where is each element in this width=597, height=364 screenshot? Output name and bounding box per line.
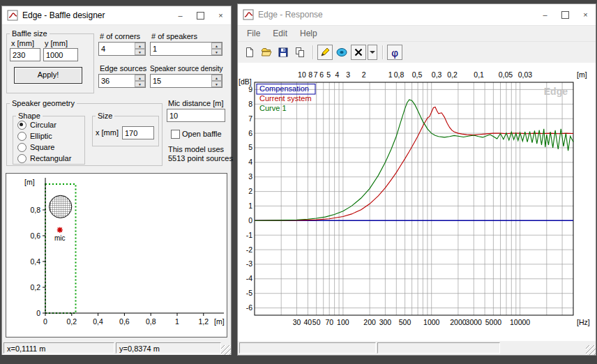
new-document-icon[interactable] [242, 45, 257, 60]
resize-grip[interactable] [221, 345, 231, 355]
mic-distance-input[interactable] [167, 109, 225, 122]
copy-icon[interactable] [292, 45, 308, 60]
dropdown-arrow-icon[interactable] [368, 45, 377, 60]
open-folder-icon[interactable] [259, 45, 274, 60]
svg-text:0,03: 0,03 [518, 70, 533, 79]
svg-text:8: 8 [308, 70, 312, 79]
svg-text:0,8: 0,8 [394, 70, 405, 79]
spin-up-icon[interactable]: ▲ [211, 75, 222, 81]
spin-down-icon[interactable]: ▼ [211, 81, 222, 87]
svg-text:0,8: 0,8 [30, 206, 40, 214]
source-density-label: Speaker source density [150, 65, 223, 73]
spin-up-icon[interactable]: ▲ [135, 75, 145, 81]
svg-text:[dB]: [dB] [239, 77, 252, 86]
svg-text:50: 50 [312, 318, 321, 326]
radio-label: Square [30, 143, 54, 151]
corners-spinner[interactable]: ▲▼ [98, 42, 146, 56]
close-button[interactable]: × [575, 4, 596, 25]
spin-down-icon[interactable]: ▼ [211, 49, 222, 55]
edge-sources-label: Edge sources [100, 64, 146, 73]
maximize-button[interactable] [190, 6, 211, 24]
menu-item-file[interactable]: File [241, 29, 266, 38]
close-button[interactable]: × [211, 6, 231, 24]
pen-icon[interactable] [317, 45, 333, 60]
svg-text:[m]: [m] [577, 70, 587, 79]
speakers-label: # of speakers [151, 32, 197, 40]
edge-watermark: Edge [544, 86, 568, 97]
edge-sources-spinner[interactable]: ▲▼ [98, 74, 146, 88]
source-density-spinner[interactable]: ▲▼ [150, 74, 222, 88]
toolbar-separator [312, 45, 314, 59]
delete-curve-icon[interactable] [351, 45, 366, 60]
speaker-circle [50, 195, 72, 218]
svg-text:9: 9 [248, 85, 252, 93]
source-density-input[interactable] [151, 75, 211, 87]
response-titlebar[interactable]: Edge - Response – × [238, 4, 596, 26]
minimize-button[interactable]: – [170, 6, 190, 24]
mic-label: mic [54, 234, 66, 242]
svg-text:0,1: 0,1 [474, 70, 484, 79]
svg-text:5: 5 [326, 70, 331, 79]
spin-down-icon[interactable]: ▼ [135, 49, 145, 55]
baffle-statusbar: x=0,1111 m y=0,8374 m [2, 341, 231, 355]
radio-rectangular[interactable]: Rectangular [17, 153, 84, 163]
radio-square[interactable]: Square [17, 142, 84, 152]
menu-item-help[interactable]: Help [294, 29, 324, 38]
model-info-line1: This model uses [168, 145, 224, 153]
legend-item: Curve 1 [259, 104, 287, 112]
resize-grip[interactable] [586, 345, 596, 355]
svg-text:0,6: 0,6 [119, 317, 130, 326]
y-mm-label: y [mm] [45, 39, 68, 47]
toolbar: φ [238, 42, 596, 63]
svg-text:8: 8 [248, 100, 252, 108]
baffle-content: Baffle size x [mm] y [mm] Apply! # of co… [2, 25, 231, 355]
save-icon[interactable] [275, 45, 291, 60]
svg-text:10: 10 [298, 70, 306, 79]
maximize-button[interactable] [555, 4, 575, 25]
baffle-y-input[interactable] [43, 48, 78, 61]
edge-sources-input[interactable] [99, 75, 134, 87]
svg-text:0,2: 0,2 [30, 283, 40, 291]
mic-marker [57, 227, 63, 233]
curve-curve-1 [255, 100, 573, 220]
menubar: FileEditHelp [238, 26, 596, 42]
svg-text:500: 500 [399, 318, 411, 326]
shape-legend: Shape [16, 112, 43, 120]
baffle-x-input[interactable] [10, 48, 40, 61]
shape-group: Shape CircularEllipticSquareRectangular [13, 112, 85, 165]
apply-button[interactable]: Apply! [14, 67, 82, 84]
svg-text:0,5: 0,5 [412, 70, 423, 79]
svg-text:1,2: 1,2 [198, 317, 209, 326]
speakers-input[interactable] [151, 43, 211, 55]
mic-distance-label: Mic distance [m] [168, 99, 223, 107]
spin-up-icon[interactable]: ▲ [211, 43, 222, 49]
radio-label: Rectangular [30, 154, 71, 162]
svg-text:-1: -1 [246, 231, 252, 239]
corners-input[interactable] [99, 43, 134, 55]
svg-text:0: 0 [248, 216, 252, 225]
svg-text:-3: -3 [246, 259, 252, 268]
svg-text:4: 4 [248, 158, 252, 166]
baffle-size-group: Baffle size x [mm] y [mm] Apply! [6, 29, 94, 93]
baffle-plot[interactable]: 0,80,60,40,2000,20,40,60,811,2[m][m]mic [6, 174, 227, 337]
svg-text:7: 7 [314, 70, 318, 79]
svg-text:[m]: [m] [24, 178, 35, 186]
legend-item: Compensation [259, 84, 309, 93]
spin-down-icon[interactable]: ▼ [135, 81, 145, 87]
radio-elliptic[interactable]: Elliptic [17, 131, 84, 141]
svg-text:1: 1 [388, 70, 393, 79]
minimize-button[interactable]: – [535, 4, 555, 25]
open-baffle-checkbox[interactable] [171, 130, 180, 139]
radio-circular[interactable]: Circular [17, 120, 84, 130]
spin-up-icon[interactable]: ▲ [135, 43, 145, 49]
edge-app-icon [7, 10, 18, 21]
size-x-input[interactable] [122, 126, 154, 139]
menu-item-edit[interactable]: Edit [266, 29, 294, 38]
speakers-spinner[interactable]: ▲▼ [150, 42, 222, 56]
svg-text:0: 0 [43, 317, 47, 326]
baffle-size-legend: Baffle size [10, 29, 50, 38]
phase-button[interactable]: φ [387, 45, 402, 60]
speaker-icon[interactable] [334, 45, 349, 60]
svg-text:3000: 3000 [466, 318, 483, 326]
baffle-titlebar[interactable]: Edge - Baffle designer – × [2, 6, 231, 25]
